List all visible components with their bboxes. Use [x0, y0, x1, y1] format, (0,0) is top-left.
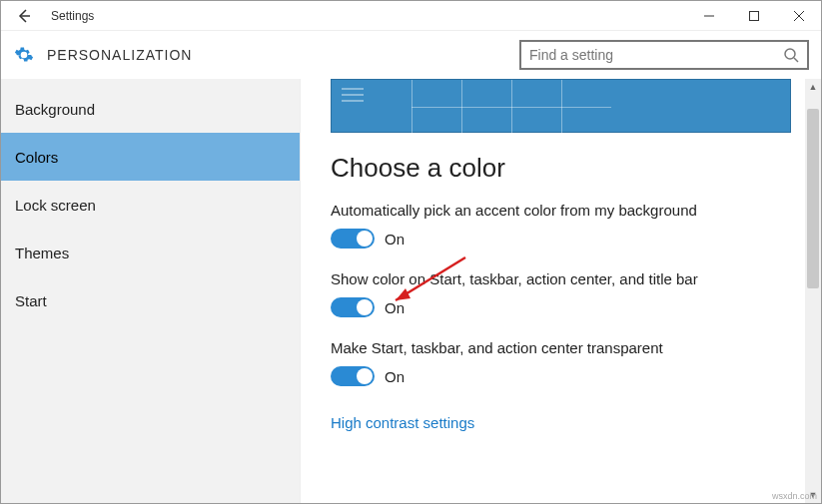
scrollbar[interactable]: ▲ ▼ [805, 79, 821, 503]
sidebar: Background Colors Lock screen Themes Sta… [1, 79, 301, 503]
back-arrow-icon [16, 8, 32, 24]
back-button[interactable] [1, 1, 47, 31]
setting-show-color: Show color on Start, taskbar, action cen… [331, 270, 791, 317]
titlebar: Settings [1, 1, 821, 31]
search-input[interactable] [529, 47, 783, 63]
setting-transparent: Make Start, taskbar, and action center t… [331, 339, 791, 386]
setting-label: Show color on Start, taskbar, action cen… [331, 270, 791, 287]
window-controls [686, 1, 821, 31]
maximize-icon [749, 11, 759, 21]
svg-rect-2 [749, 11, 758, 20]
minimize-button[interactable] [686, 1, 731, 31]
sidebar-item-themes[interactable]: Themes [1, 229, 300, 276]
gear-icon [9, 45, 39, 65]
setting-accent-auto: Automatically pick an accent color from … [331, 202, 791, 249]
page-heading: Choose a color [331, 153, 791, 184]
svg-point-5 [785, 49, 795, 59]
sidebar-item-lock-screen[interactable]: Lock screen [1, 181, 300, 229]
svg-line-6 [794, 58, 798, 62]
header: PERSONALIZATION [1, 31, 821, 79]
close-icon [794, 11, 804, 21]
sidebar-item-label: Themes [15, 245, 69, 261]
minimize-icon [704, 11, 714, 21]
toggle-transparent[interactable] [331, 366, 375, 386]
toggle-accent-auto[interactable] [331, 229, 375, 249]
setting-label: Make Start, taskbar, and action center t… [331, 339, 791, 356]
toggle-state: On [385, 231, 405, 248]
toggle-state: On [385, 368, 405, 385]
maximize-button[interactable] [731, 1, 776, 31]
sidebar-item-colors[interactable]: Colors [1, 133, 300, 181]
sidebar-item-label: Lock screen [15, 197, 96, 214]
toggle-state: On [385, 299, 405, 316]
sidebar-item-label: Start [15, 292, 47, 309]
setting-label: Automatically pick an accent color from … [331, 202, 791, 219]
sidebar-item-label: Background [15, 101, 95, 118]
window-title: Settings [47, 9, 94, 23]
content: Choose a color Automatically pick an acc… [301, 79, 821, 503]
section-title: PERSONALIZATION [47, 47, 192, 63]
body: Background Colors Lock screen Themes Sta… [1, 79, 821, 503]
close-button[interactable] [776, 1, 821, 31]
sidebar-item-label: Colors [15, 149, 58, 166]
search-box[interactable] [519, 40, 809, 70]
scrollbar-thumb[interactable] [807, 109, 819, 288]
color-preview [331, 79, 791, 133]
scroll-up-icon[interactable]: ▲ [805, 79, 821, 95]
high-contrast-link[interactable]: High contrast settings [331, 414, 474, 431]
settings-window: Settings PERSONALIZATION [0, 0, 822, 504]
watermark: wsxdn.com [772, 491, 817, 501]
sidebar-item-background[interactable]: Background [1, 85, 300, 133]
search-icon [783, 47, 799, 63]
scroll-area: Choose a color Automatically pick an acc… [301, 79, 821, 503]
toggle-show-color[interactable] [331, 297, 375, 317]
sidebar-item-start[interactable]: Start [1, 276, 300, 324]
